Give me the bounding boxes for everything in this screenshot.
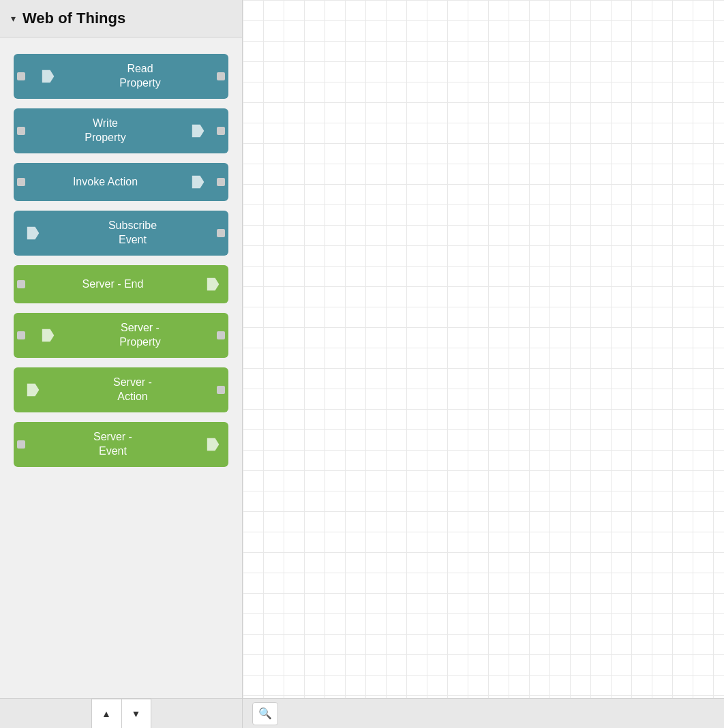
node-label-subscribe-event: SubscribeEvent xyxy=(52,211,213,256)
node-label-write-property: WriteProperty xyxy=(29,108,182,153)
node-label-server-action: Server -Action xyxy=(52,367,213,412)
port-dot xyxy=(17,280,25,288)
node-label-server-event: Server -Event xyxy=(29,422,197,467)
left-port xyxy=(14,163,29,201)
port-dot xyxy=(17,331,25,339)
node-read-property[interactable]: ReadProperty xyxy=(14,54,228,99)
search-icon: 🔍 xyxy=(258,707,272,720)
right-port xyxy=(213,54,228,99)
port-dot xyxy=(217,229,225,237)
node-write-property[interactable]: WriteProperty xyxy=(14,108,228,153)
right-arrow-icon xyxy=(182,108,213,153)
right-port xyxy=(213,211,228,256)
canvas-area[interactable] xyxy=(243,0,724,698)
node-label-invoke-action: Invoke Action xyxy=(29,163,182,201)
node-invoke-action[interactable]: Invoke Action xyxy=(14,163,228,201)
scroll-down-button[interactable]: ▼ xyxy=(121,699,151,729)
sidebar-header[interactable]: ▾ Web of Things xyxy=(0,0,242,37)
port-dot xyxy=(17,72,25,80)
sidebar-title: Web of Things xyxy=(22,10,125,27)
right-arrow-icon xyxy=(182,163,213,201)
node-list: ReadProperty WriteProperty xyxy=(0,37,242,483)
node-subscribe-event[interactable]: SubscribeEvent xyxy=(14,211,228,256)
left-port xyxy=(14,265,29,303)
node-server-property[interactable]: Server -Property xyxy=(14,313,228,358)
chevron-down-icon: ▾ xyxy=(11,13,16,24)
left-port xyxy=(14,54,29,99)
right-arrow-icon xyxy=(197,265,228,303)
left-arrow-icon xyxy=(14,211,52,256)
right-port xyxy=(213,313,228,358)
main-layout: ▾ Web of Things ReadProperty xyxy=(0,0,724,698)
left-port xyxy=(14,108,29,153)
scroll-up-button[interactable]: ▲ xyxy=(91,699,121,729)
right-port xyxy=(213,108,228,153)
node-label-read-property: ReadProperty xyxy=(67,54,213,99)
right-port xyxy=(213,367,228,412)
port-dot xyxy=(217,386,225,394)
toolbar-right: 🔍 xyxy=(243,702,724,725)
left-arrow-icon xyxy=(29,54,67,99)
node-label-server-property: Server -Property xyxy=(67,313,213,358)
node-server-action[interactable]: Server -Action xyxy=(14,367,228,412)
port-dot xyxy=(217,178,225,186)
port-dot xyxy=(17,178,25,186)
toolbar-left: ▲ ▼ xyxy=(0,699,243,728)
port-dot xyxy=(17,127,25,135)
node-label-server-end: Server - End xyxy=(29,265,197,303)
port-dot xyxy=(17,440,25,449)
right-arrow-icon xyxy=(197,422,228,467)
search-button[interactable]: 🔍 xyxy=(252,702,278,725)
left-arrow-icon xyxy=(29,313,67,358)
node-server-event[interactable]: Server -Event xyxy=(14,422,228,467)
sidebar: ▾ Web of Things ReadProperty xyxy=(0,0,243,698)
node-server-end[interactable]: Server - End xyxy=(14,265,228,303)
port-dot xyxy=(217,72,225,80)
bottom-toolbar: ▲ ▼ 🔍 xyxy=(0,698,724,728)
right-port xyxy=(213,163,228,201)
left-arrow-icon xyxy=(14,367,52,412)
port-dot xyxy=(217,127,225,135)
port-dot xyxy=(217,331,225,339)
left-port xyxy=(14,422,29,467)
left-port xyxy=(14,313,29,358)
